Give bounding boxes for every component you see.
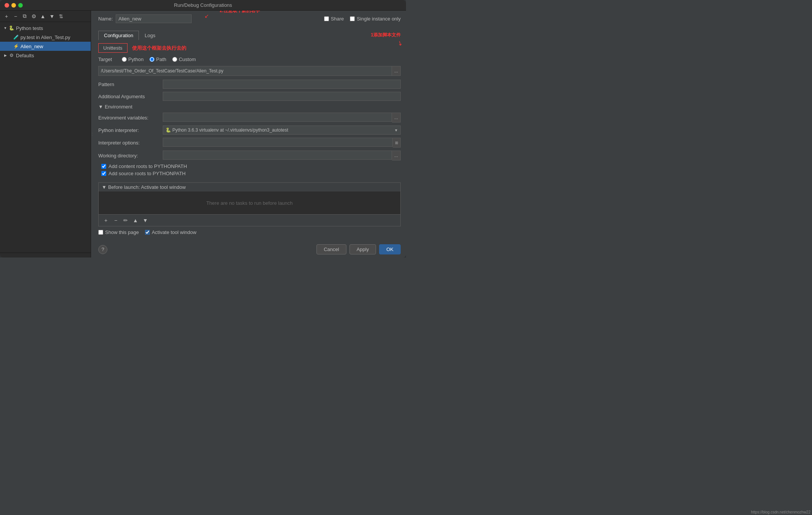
additional-args-input[interactable] — [163, 92, 401, 101]
cancel-button[interactable]: Cancel — [316, 244, 346, 254]
path-browse-button[interactable]: ... — [392, 66, 401, 76]
before-launch-down-button[interactable]: ▼ — [141, 216, 149, 225]
pattern-row: Pattern — [98, 80, 401, 89]
tab-logs[interactable]: Logs — [139, 31, 161, 40]
tab-configuration[interactable]: Configuration — [98, 31, 139, 40]
py-test-label: py.test in Alien_Test.py — [20, 35, 70, 40]
interpreter-dropdown-icon: ▼ — [394, 128, 398, 132]
apply-button[interactable]: Apply — [349, 244, 376, 254]
pattern-label: Pattern — [98, 82, 163, 87]
add-content-roots-checkbox[interactable] — [101, 164, 106, 169]
activate-tool-window-text: Activate tool window — [152, 229, 197, 235]
interpreter-select[interactable]: 🐍 Python 3.6.3 virtualenv at ~/.virtuale… — [163, 126, 401, 135]
help-button[interactable]: ? — [98, 245, 107, 254]
defaults-icon: ⚙ — [8, 52, 14, 58]
share-checkbox[interactable] — [324, 16, 329, 21]
window-controls — [5, 3, 23, 8]
maximize-button[interactable] — [18, 3, 23, 8]
before-launch-up-button[interactable]: ▲ — [131, 216, 140, 225]
sidebar-item-py-test[interactable]: 🧪 py.test in Alien_Test.py — [0, 33, 91, 42]
target-path-option[interactable]: Path — [149, 57, 166, 62]
footer-left: ? — [98, 245, 107, 254]
pattern-input[interactable] — [163, 80, 401, 89]
footer: ? Cancel Apply OK — [98, 241, 401, 258]
before-launch-section: ▼ Before launch: Activate tool window Th… — [98, 182, 401, 226]
working-dir-input[interactable] — [163, 151, 392, 160]
single-instance-label: Single instance only — [357, 16, 401, 22]
name-field-label: Name: — [98, 16, 113, 22]
share-checkbox-label[interactable]: Share — [324, 16, 344, 22]
target-python-option[interactable]: Python — [122, 57, 143, 62]
checkboxes-section: Add content roots to PYTHONPATH Add sour… — [98, 163, 401, 178]
target-custom-radio[interactable] — [172, 57, 177, 62]
move-down-button[interactable]: ▼ — [48, 12, 56, 20]
copy-config-button[interactable]: ⧉ — [20, 12, 29, 20]
target-row: Target Python Path Custom — [98, 57, 401, 62]
name-options: Share Single instance only — [324, 16, 401, 22]
spacer — [98, 238, 401, 241]
sidebar-tree: ▼ 🐍 Python tests 🧪 py.test in Alien_Test… — [0, 22, 91, 253]
add-source-roots-checkbox[interactable] — [101, 171, 106, 176]
main-content: + − ⧉ ⚙ ▲ ▼ ⇅ ▼ 🐍 Python tests 🧪 — [0, 11, 406, 258]
env-vars-label: Environment variables: — [98, 115, 163, 121]
titlebar: Run/Debug Configurations — [0, 0, 406, 11]
activate-tool-window-checkbox[interactable] — [145, 230, 150, 235]
ok-button[interactable]: OK — [379, 244, 401, 254]
show-this-page-checkbox[interactable] — [98, 230, 103, 235]
activate-tool-window-label[interactable]: Activate tool window — [145, 229, 197, 235]
show-this-page-label[interactable]: Show this page — [98, 229, 139, 235]
sidebar-toolbar: + − ⧉ ⚙ ▲ ▼ ⇅ — [0, 11, 91, 22]
interpreter-label: Python interpreter: — [98, 127, 163, 133]
before-launch-remove-button[interactable]: − — [112, 216, 120, 225]
working-dir-label: Working directory: — [98, 153, 163, 159]
before-launch-content: There are no tasks to run before launch — [99, 192, 400, 214]
footer-buttons: Cancel Apply OK — [316, 244, 401, 254]
env-vars-input[interactable] — [163, 113, 392, 122]
annotation-name-text: 2.任意取个新的名字 — [220, 11, 260, 14]
add-config-button[interactable]: + — [2, 12, 11, 20]
remove-config-button[interactable]: − — [11, 12, 20, 20]
settings-config-button[interactable]: ⚙ — [30, 12, 38, 20]
before-launch-add-button[interactable]: + — [102, 216, 110, 225]
add-content-roots-row: Add content roots to PYTHONPATH — [98, 163, 401, 169]
path-row: ... — [98, 66, 401, 76]
tabs: Configuration Logs — [98, 31, 401, 40]
interpreter-options-input[interactable] — [163, 138, 393, 147]
single-instance-checkbox[interactable] — [350, 16, 355, 21]
share-label: Share — [331, 16, 344, 22]
expand-arrow-py-test — [8, 35, 12, 39]
target-python-radio[interactable] — [122, 57, 127, 62]
target-python-label: Python — [128, 57, 143, 62]
target-path-radio[interactable] — [149, 57, 154, 62]
env-vars-browse-button[interactable]: ... — [392, 113, 401, 122]
close-button[interactable] — [5, 3, 9, 8]
sidebar: + − ⧉ ⚙ ▲ ▼ ⇅ ▼ 🐍 Python tests 🧪 — [0, 11, 91, 258]
before-launch-edit-button[interactable]: ✏ — [121, 216, 130, 225]
sort-button[interactable]: ⇅ — [57, 12, 65, 20]
path-input-container: ... — [98, 66, 401, 76]
environment-label: Environment — [105, 104, 132, 110]
before-launch-arrow-icon: ▼ — [102, 184, 107, 190]
working-dir-browse-button[interactable]: ... — [392, 151, 401, 160]
name-input[interactable] — [116, 14, 192, 23]
minimize-button[interactable] — [11, 3, 16, 8]
environment-header[interactable]: ▼ Environment — [98, 104, 401, 110]
interpreter-options-row: Interpreter options: ⊞ — [98, 138, 401, 148]
sidebar-item-alien-new[interactable]: ⚡ Alien_new — [0, 42, 91, 51]
single-instance-checkbox-label[interactable]: Single instance only — [350, 16, 401, 22]
expand-arrow-alien-new — [8, 44, 12, 49]
interpreter-options-browse-button[interactable]: ⊞ — [393, 138, 401, 148]
target-radio-group: Python Path Custom — [122, 57, 196, 62]
before-launch-toolbar: + − ✏ ▲ ▼ — [99, 214, 400, 226]
sidebar-item-python-tests[interactable]: ▼ 🐍 Python tests — [0, 24, 91, 33]
show-this-page-text: Show this page — [105, 229, 139, 235]
sidebar-item-defaults[interactable]: ▶ ⚙ Defaults — [0, 51, 91, 60]
framework-box: Unittests — [98, 43, 127, 53]
target-custom-option[interactable]: Custom — [172, 57, 196, 62]
interpreter-options-container: ⊞ — [163, 138, 401, 148]
additional-args-row: Additional Arguments — [98, 92, 401, 101]
before-launch-header[interactable]: ▼ Before launch: Activate tool window — [99, 183, 400, 192]
move-up-button[interactable]: ▲ — [39, 12, 47, 20]
path-input[interactable] — [98, 66, 392, 76]
interpreter-select-text: 🐍 Python 3.6.3 virtualenv at ~/.virtuale… — [165, 127, 394, 133]
